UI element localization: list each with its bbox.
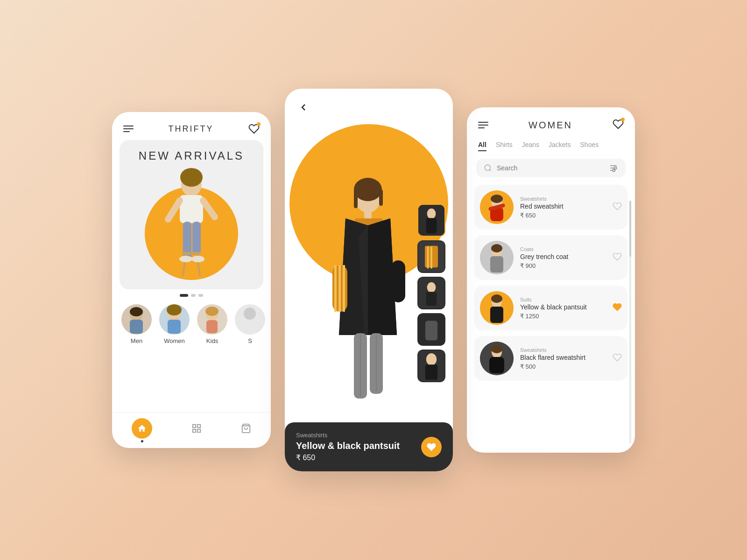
product-name-3: Yellow & black pantsuit — [520, 303, 606, 311]
hero-dot-2[interactable] — [191, 294, 196, 297]
back-button[interactable] — [296, 100, 311, 115]
svg-point-18 — [167, 304, 182, 315]
svg-rect-52 — [426, 292, 437, 306]
detail-header — [285, 89, 453, 115]
category-men[interactable]: Men — [121, 304, 152, 344]
svg-rect-48 — [427, 247, 429, 269]
svg-point-21 — [205, 307, 218, 316]
product-heart-4[interactable] — [613, 353, 622, 364]
nav-active-indicator — [141, 440, 143, 442]
svg-rect-6 — [192, 222, 201, 254]
category-avatar-men — [121, 304, 152, 335]
category-women[interactable]: Women — [159, 304, 190, 344]
thumbnail-2[interactable] — [417, 240, 445, 273]
menu-icon[interactable] — [123, 126, 134, 132]
product-card-2[interactable]: Coats Grey trench coat ₹ 900 — [474, 235, 627, 280]
scrollbar-thumb[interactable] — [629, 201, 631, 257]
app-title: THRIFTY — [169, 124, 214, 134]
svg-rect-35 — [334, 265, 337, 312]
nav-bag[interactable] — [241, 423, 251, 434]
svg-point-10 — [179, 256, 192, 262]
product-category-2: Coats — [520, 246, 606, 252]
svg-rect-2 — [180, 195, 203, 223]
nav-home[interactable] — [132, 418, 152, 439]
svg-rect-17 — [168, 320, 181, 334]
tab-shoes[interactable]: Shoes — [580, 141, 599, 151]
svg-point-63 — [614, 167, 617, 169]
svg-line-3 — [168, 201, 180, 219]
svg-rect-49 — [430, 247, 432, 269]
product-avatar-4 — [480, 342, 514, 375]
svg-point-11 — [191, 256, 204, 262]
product-info-4: Sweatshirts Black flared sweatshirt ₹ 50… — [520, 347, 606, 370]
tab-all[interactable]: All — [478, 141, 486, 151]
category-label-men: Men — [131, 337, 142, 344]
product-price-4: ₹ 500 — [520, 363, 606, 370]
tab-jackets[interactable]: Jackets — [549, 141, 571, 151]
product-card-1[interactable]: Sweatshirts Red sweatshirt ₹ 650 — [474, 185, 627, 230]
search-icon — [484, 164, 492, 172]
tab-jeans[interactable]: Jeans — [522, 141, 539, 151]
svg-rect-20 — [206, 320, 218, 333]
scrollbar-track — [629, 201, 631, 443]
category-label-kids: Kids — [206, 337, 218, 344]
filter-button[interactable] — [609, 163, 618, 173]
svg-point-44 — [427, 209, 436, 219]
svg-point-77 — [491, 294, 502, 303]
detail-info-card: Sweatshirts Yellow & black pantsuit ₹ 65… — [285, 422, 453, 471]
tab-shirts[interactable]: Shirts — [496, 141, 513, 151]
categories-row: Men Women — [112, 301, 271, 348]
product-category-3: Suits — [520, 297, 606, 302]
screens-container: THRIFTY NEW ARRIVALS — [112, 89, 635, 471]
thumbnail-4[interactable] — [417, 313, 445, 346]
detail-product-info: Sweatshirts Yellow & black pantsuit ₹ 65… — [296, 432, 400, 462]
product-name-1: Red sweatshirt — [520, 203, 606, 210]
thumbnail-3[interactable] — [417, 277, 445, 309]
svg-rect-13 — [130, 320, 143, 334]
category-avatar-women — [159, 304, 190, 335]
product-heart-1[interactable] — [613, 202, 622, 213]
product-name-2: Grey trench coat — [520, 253, 606, 260]
category-kids[interactable]: Kids — [197, 304, 227, 344]
product-list: Sweatshirts Red sweatshirt ₹ 650 — [467, 185, 635, 453]
svg-point-22 — [244, 308, 256, 320]
nav-grid[interactable] — [191, 423, 202, 434]
product-card-4[interactable]: Sweatshirts Black flared sweatshirt ₹ 50… — [474, 336, 627, 381]
hero-dot-3[interactable] — [198, 294, 203, 297]
category-avatar-kids — [197, 304, 227, 335]
svg-rect-72 — [490, 256, 503, 273]
product-heart-3[interactable] — [613, 302, 622, 314]
search-input[interactable] — [497, 164, 604, 172]
home-heart-icon[interactable] — [248, 123, 260, 134]
svg-rect-37 — [343, 265, 345, 312]
thumbnail-5[interactable] — [417, 350, 445, 382]
notification-dot — [257, 122, 261, 126]
detail-product-price: ₹ 650 — [296, 453, 400, 462]
svg-rect-57 — [425, 364, 437, 380]
svg-point-51 — [427, 282, 436, 293]
product-price-2: ₹ 900 — [520, 262, 606, 269]
svg-point-68 — [491, 195, 503, 203]
list-menu-icon[interactable] — [478, 122, 488, 128]
screen-list: WOMEN All Shirts Jeans Jackets Shoes — [467, 107, 635, 453]
home-header: THRIFTY — [112, 112, 271, 140]
svg-point-58 — [485, 165, 490, 170]
svg-point-1 — [180, 168, 203, 187]
product-avatar-3 — [480, 291, 514, 325]
thumbnail-1[interactable] — [417, 204, 445, 237]
product-card-3[interactable]: Suits Yellow & black pantsuit ₹ 1250 — [474, 286, 627, 330]
svg-rect-24 — [197, 425, 200, 427]
svg-point-73 — [491, 244, 502, 252]
hero-banner: NEW ARRIVALS — [120, 140, 263, 289]
product-category-1: Sweatshirts — [520, 196, 606, 202]
svg-point-81 — [491, 345, 502, 353]
svg-rect-36 — [338, 265, 341, 312]
svg-rect-30 — [354, 189, 358, 208]
thumbnail-strip — [417, 204, 445, 382]
hero-dot-1[interactable] — [180, 294, 188, 297]
category-more[interactable]: S — [235, 304, 265, 344]
product-heart-2[interactable] — [613, 252, 622, 263]
detail-main-image — [285, 115, 453, 471]
list-heart-icon[interactable] — [613, 119, 624, 132]
detail-heart-button[interactable] — [421, 437, 442, 457]
